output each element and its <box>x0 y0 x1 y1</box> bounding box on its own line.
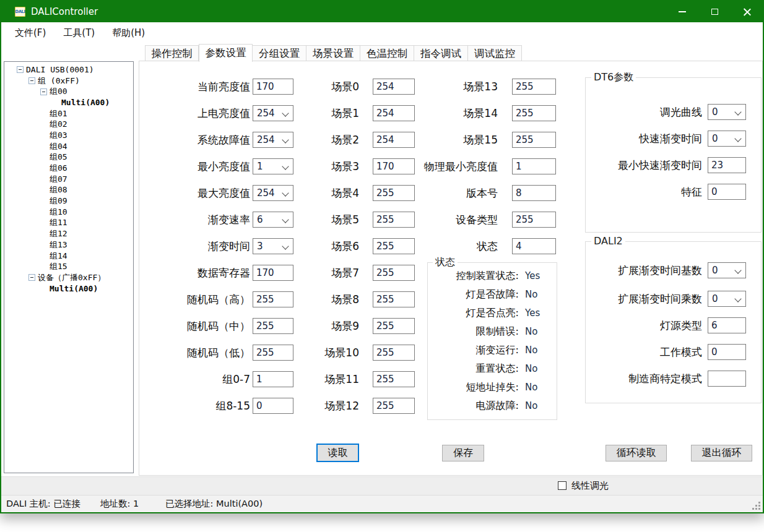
dt6-label: 调光曲线 <box>589 104 702 120</box>
dt6-combo[interactable]: 0 <box>708 104 746 120</box>
param-input[interactable] <box>512 238 556 254</box>
param-combo[interactable]: 1 <box>253 158 293 174</box>
scene-input[interactable] <box>373 238 415 254</box>
scene-input[interactable] <box>373 185 415 201</box>
param-label: 渐变速率 <box>149 212 250 228</box>
param-combo[interactable]: 3 <box>253 238 293 254</box>
param-combo[interactable]: 254 <box>253 185 293 201</box>
scene-input[interactable] <box>373 371 415 387</box>
maximize-button[interactable] <box>698 1 731 22</box>
tree-item[interactable]: 组03 <box>4 130 133 141</box>
tree-item[interactable]: 组01 <box>4 108 133 119</box>
tree-item[interactable]: 组15 <box>4 261 133 272</box>
loop-read-button[interactable]: 循环读取 <box>606 445 667 461</box>
param-combo[interactable]: 254 <box>253 105 293 121</box>
dali2-combo[interactable]: 0 <box>708 291 746 307</box>
tab-3[interactable]: 场景设置 <box>306 45 360 61</box>
tree-item[interactable]: 组07 <box>4 174 133 185</box>
scene-input[interactable] <box>373 79 415 95</box>
scene-input[interactable] <box>373 291 415 307</box>
tab-4[interactable]: 色温控制 <box>360 45 414 61</box>
dt6-input[interactable] <box>708 157 746 173</box>
dali2-input[interactable] <box>708 344 746 360</box>
tree-item[interactable]: 组10 <box>4 207 133 218</box>
scene-input[interactable] <box>373 265 415 281</box>
tree-item-label: 组10 <box>50 207 67 218</box>
tree-item[interactable]: 组14 <box>4 251 133 262</box>
tree-expander-icon[interactable] <box>40 88 47 95</box>
tree-item[interactable]: 组 (0xFF) <box>4 75 133 87</box>
tab-5[interactable]: 指令调试 <box>414 45 468 61</box>
scene-input[interactable] <box>373 345 415 361</box>
param-input[interactable] <box>253 398 293 414</box>
param-combo-value: 1 <box>257 161 263 172</box>
param-combo[interactable]: 6 <box>253 212 293 228</box>
tab-2[interactable]: 分组设置 <box>253 45 306 61</box>
read-button[interactable]: 读取 <box>316 444 359 462</box>
scene-input[interactable] <box>373 212 415 228</box>
resize-grip-icon[interactable] <box>753 502 760 510</box>
tree-item[interactable]: 组08 <box>4 185 133 196</box>
tab-6[interactable]: 调试监控 <box>468 45 522 61</box>
save-button[interactable]: 保存 <box>442 445 484 461</box>
tree-item[interactable]: 组06 <box>4 163 133 174</box>
param-input[interactable] <box>512 212 556 228</box>
tree-item[interactable]: Multi(A00) <box>4 97 133 108</box>
param-input[interactable] <box>253 371 293 387</box>
tree-item[interactable]: 组12 <box>4 228 133 239</box>
dali2-input[interactable] <box>708 371 746 387</box>
tree-item[interactable]: 组04 <box>4 141 133 152</box>
param-combo-value: 6 <box>257 214 263 225</box>
menu-item-2[interactable]: 帮助(H) <box>103 24 154 42</box>
tab-0[interactable]: 操作控制 <box>145 45 199 61</box>
tree-item[interactable]: 设备（广播0xFF） <box>4 272 133 283</box>
scene-input[interactable] <box>373 132 415 148</box>
tree-item[interactable]: 组05 <box>4 152 133 163</box>
minimize-button[interactable] <box>666 1 698 22</box>
tree-item[interactable]: 组02 <box>4 119 133 130</box>
dali2-combo-value: 0 <box>712 265 718 276</box>
param-input[interactable] <box>512 105 556 121</box>
scene-label: 场景2 <box>297 132 359 148</box>
exit-loop-button[interactable]: 退出循环 <box>691 445 752 461</box>
param-input[interactable] <box>253 345 293 361</box>
tree-expander-icon[interactable] <box>17 66 24 73</box>
menu-item-0[interactable]: 文件(F) <box>6 24 54 42</box>
param-input[interactable] <box>512 132 556 148</box>
tree-item[interactable]: 组00 <box>4 86 133 97</box>
param-input[interactable] <box>512 185 556 201</box>
scene-input[interactable] <box>373 158 415 174</box>
tree-item[interactable]: 组11 <box>4 218 133 229</box>
dali2-combo[interactable]: 0 <box>708 262 746 278</box>
status-groupbox <box>427 262 557 420</box>
scene-input[interactable] <box>373 318 415 334</box>
tree-item[interactable]: 组09 <box>4 195 133 207</box>
param-input[interactable] <box>253 291 293 307</box>
tree-item-label: 组07 <box>50 174 67 185</box>
param-combo[interactable]: 254 <box>253 132 293 148</box>
status-row-label: 灯是否点亮: <box>435 306 519 320</box>
param-input[interactable] <box>512 158 556 174</box>
dt6-label: 最小快速渐变时间 <box>589 157 702 173</box>
tree-expander-icon[interactable] <box>28 274 35 281</box>
dt6-combo[interactable]: 0 <box>708 131 746 147</box>
param-label: 场景15 <box>420 132 498 148</box>
dt6-input[interactable] <box>708 184 746 200</box>
param-input[interactable] <box>253 79 293 95</box>
close-button[interactable] <box>731 1 763 22</box>
menu-item-1[interactable]: 工具(T) <box>54 24 103 42</box>
scene-input[interactable] <box>373 398 415 414</box>
param-input[interactable] <box>253 265 293 281</box>
tab-1[interactable]: 参数设置 <box>199 44 253 62</box>
param-input[interactable] <box>512 79 556 95</box>
scene-input[interactable] <box>373 105 415 121</box>
tree-item[interactable]: Multi(A00) <box>4 283 133 294</box>
tree-item[interactable]: DALI USB(0001) <box>4 64 133 75</box>
tree-item[interactable]: 组13 <box>4 239 133 251</box>
tree-item-label: 组 (0xFF) <box>38 75 80 87</box>
param-input[interactable] <box>253 318 293 334</box>
tree-expander-icon[interactable] <box>28 77 35 84</box>
linear-dimming-checkbox[interactable] <box>558 481 566 490</box>
dali2-input[interactable] <box>708 317 746 333</box>
scene-label: 场景5 <box>297 212 359 228</box>
